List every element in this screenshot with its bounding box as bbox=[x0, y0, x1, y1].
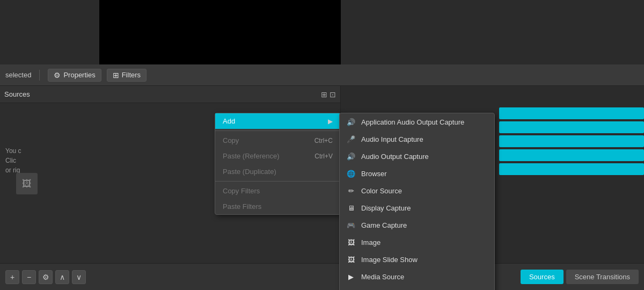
teal-bar-5 bbox=[499, 163, 644, 175]
media-source-label: Media Source bbox=[361, 273, 404, 281]
browser-icon: 🌐 bbox=[346, 169, 356, 178]
submenu-item-app-audio[interactable]: 🔊 Application Audio Output Capture bbox=[340, 113, 494, 130]
scene-transitions-tab[interactable]: Scene Transitions bbox=[566, 270, 639, 284]
submenu-item-scene[interactable]: ☰ Scene bbox=[340, 285, 494, 290]
bottom-toolbar: + − ⚙ ∧ ∨ Sources Scene Transitions bbox=[0, 263, 644, 290]
teal-bar-1 bbox=[499, 107, 644, 119]
sources-title: Sources bbox=[4, 90, 30, 98]
ctx-item-paste-dup: Paste (Duplicate) bbox=[215, 164, 340, 179]
gear-icon: ⚙ bbox=[54, 71, 61, 79]
filters-label: Filters bbox=[122, 71, 141, 79]
audio-input-icon: 🎤 bbox=[346, 134, 356, 144]
ctx-add-arrow: ▶ bbox=[328, 118, 333, 125]
image-label: Image bbox=[361, 238, 380, 247]
ctx-copy-filters-label: Copy Filters bbox=[223, 187, 260, 195]
submenu-item-image[interactable]: 🖼 Image bbox=[340, 234, 494, 251]
teal-bar-4 bbox=[499, 149, 644, 161]
toolbar-separator bbox=[39, 70, 40, 81]
ctx-sep-1 bbox=[215, 130, 340, 131]
sources-image-icon: 🖼 bbox=[16, 173, 38, 194]
add-icon: + bbox=[10, 273, 14, 281]
sources-hint-line1: You c bbox=[5, 147, 21, 155]
context-menu: Add ▶ Copy Ctrl+C Paste (Reference) Ctrl… bbox=[215, 113, 341, 215]
app-audio-icon: 🔊 bbox=[346, 117, 356, 127]
submenu-item-browser[interactable]: 🌐 Browser bbox=[340, 165, 494, 182]
right-bars bbox=[499, 107, 644, 175]
add-source-button[interactable]: + bbox=[5, 270, 19, 284]
move-down-button[interactable]: ∨ bbox=[72, 270, 86, 284]
selected-text: selected bbox=[5, 71, 31, 79]
settings-button[interactable]: ⚙ bbox=[39, 270, 53, 284]
ctx-item-copy: Copy Ctrl+C bbox=[215, 133, 340, 148]
image-slideshow-icon: 🖼 bbox=[346, 255, 356, 264]
audio-output-icon: 🔊 bbox=[346, 151, 356, 161]
teal-bar-2 bbox=[499, 121, 644, 133]
submenu-item-game[interactable]: 🎮 Game Capture bbox=[340, 216, 494, 234]
preview-area bbox=[99, 0, 341, 64]
ctx-item-copy-filters: Copy Filters bbox=[215, 183, 340, 199]
sources-header: Sources ⊞ ⊡ bbox=[0, 86, 340, 103]
submenu-item-media[interactable]: ▶ Media Source bbox=[340, 268, 494, 285]
image-icon: 🖼 bbox=[346, 237, 356, 247]
display-capture-icon: 🖥 bbox=[346, 203, 356, 213]
ctx-add-label: Add bbox=[223, 117, 235, 125]
ctx-paste-dup-label: Paste (Duplicate) bbox=[223, 168, 276, 176]
audio-output-label: Audio Output Capture bbox=[361, 153, 429, 161]
settings-gear-icon: ⚙ bbox=[42, 273, 49, 281]
remove-source-button[interactable]: − bbox=[22, 270, 36, 284]
display-capture-label: Display Capture bbox=[361, 204, 411, 212]
down-chevron-icon: ∨ bbox=[76, 273, 82, 281]
ctx-paste-filters-label: Paste Filters bbox=[223, 202, 261, 211]
submenu-item-color[interactable]: ✏ Color Source bbox=[340, 182, 494, 199]
ctx-copy-label: Copy bbox=[223, 136, 239, 144]
image-slideshow-label: Image Slide Show bbox=[361, 256, 418, 264]
ctx-paste-ref-shortcut: Ctrl+V bbox=[314, 153, 333, 160]
filters-button[interactable]: ⊞ Filters bbox=[107, 69, 147, 82]
sources-collapse-icon[interactable]: ⊡ bbox=[330, 90, 336, 99]
sources-expand-icon[interactable]: ⊞ bbox=[321, 90, 327, 99]
game-capture-label: Game Capture bbox=[361, 221, 407, 229]
audio-input-label: Audio Input Capture bbox=[361, 135, 423, 143]
color-source-label: Color Source bbox=[361, 187, 402, 195]
ctx-paste-ref-label: Paste (Reference) bbox=[223, 152, 280, 160]
properties-button[interactable]: ⚙ Properties bbox=[48, 69, 101, 82]
up-chevron-icon: ∧ bbox=[60, 273, 65, 281]
ctx-copy-shortcut: Ctrl+C bbox=[314, 137, 333, 144]
sources-tab[interactable]: Sources bbox=[521, 270, 564, 284]
sources-hint-line2: Clic bbox=[5, 157, 16, 164]
submenu-item-audio-output[interactable]: 🔊 Audio Output Capture bbox=[340, 148, 494, 165]
minus-icon: − bbox=[27, 273, 31, 281]
ctx-item-add[interactable]: Add ▶ bbox=[215, 113, 340, 129]
submenu-item-slideshow[interactable]: 🖼 Image Slide Show bbox=[340, 251, 494, 268]
submenu-item-display[interactable]: 🖥 Display Capture bbox=[340, 199, 494, 216]
color-source-icon: ✏ bbox=[346, 186, 356, 195]
ctx-item-paste-ref: Paste (Reference) Ctrl+V bbox=[215, 148, 340, 164]
browser-label: Browser bbox=[361, 170, 387, 178]
app-audio-label: Application Audio Output Capture bbox=[361, 118, 464, 126]
toolbar: selected ⚙ Properties ⊞ Filters bbox=[0, 64, 644, 86]
submenu: 🔊 Application Audio Output Capture 🎤 Aud… bbox=[339, 113, 495, 290]
ctx-sep-2 bbox=[215, 181, 340, 182]
properties-label: Properties bbox=[63, 71, 95, 79]
game-capture-icon: 🎮 bbox=[346, 220, 356, 230]
ctx-item-paste-filters: Paste Filters bbox=[215, 199, 340, 214]
move-up-button[interactable]: ∧ bbox=[55, 270, 69, 284]
media-source-icon: ▶ bbox=[346, 272, 356, 281]
teal-bar-3 bbox=[499, 135, 644, 147]
submenu-item-audio-input[interactable]: 🎤 Audio Input Capture bbox=[340, 130, 494, 148]
filter-icon: ⊞ bbox=[113, 71, 119, 79]
